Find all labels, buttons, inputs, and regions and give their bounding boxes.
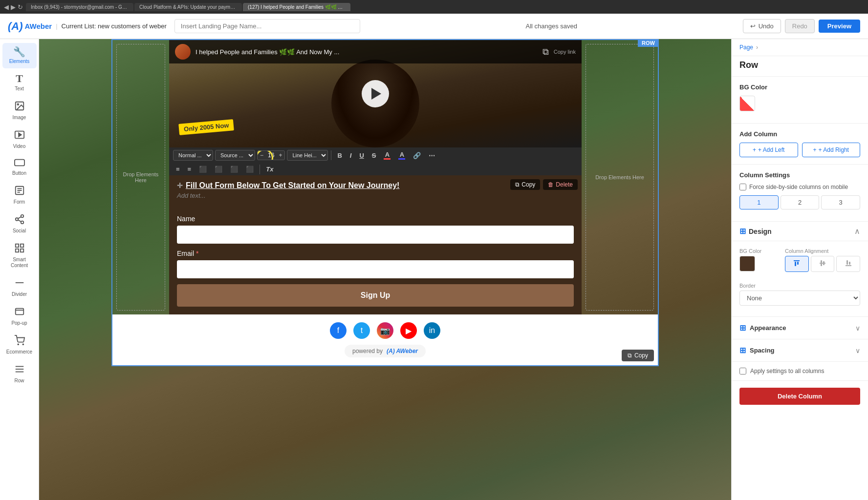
sidebar-image-label: Image: [13, 115, 26, 121]
canvas-copy-button[interactable]: ⧉ Copy: [622, 350, 654, 361]
row-icon: [14, 364, 25, 376]
text-toolbar-row2: ≡ ≡ ⬛ ⬛ ⬛ ⬛ Tx: [169, 163, 582, 175]
sidebar-item-image[interactable]: Image: [2, 97, 37, 125]
align-middle-button[interactable]: [811, 256, 835, 272]
name-input[interactable]: [177, 226, 574, 244]
ordered-list-button[interactable]: ≡: [185, 164, 195, 174]
delete-text-button[interactable]: 🗑 Delete: [543, 179, 578, 190]
email-input[interactable]: [177, 260, 574, 278]
browser-tab[interactable]: Inbox (9,943) - stormystor@gmail.com - G…: [26, 3, 133, 11]
add-left-button[interactable]: + + Add Left: [739, 143, 798, 157]
add-column-header: Add Column: [739, 130, 860, 138]
svg-line-12: [18, 220, 21, 222]
line-height-select[interactable]: Line Hei...: [287, 150, 328, 161]
undo-button[interactable]: ↩ Undo: [743, 19, 781, 33]
sign-up-button[interactable]: Sign Up: [177, 284, 574, 307]
bg-color-swatch[interactable]: [739, 96, 755, 111]
font-size-increase[interactable]: +: [276, 151, 284, 160]
font-color-button[interactable]: A: [381, 149, 393, 161]
page-footer: f t 📷 ▶ in powered by (A) AWeber: [112, 314, 658, 365]
design-chevron[interactable]: ∧: [854, 227, 860, 236]
panel-breadcrumb: Page ›: [732, 39, 868, 56]
underline-button[interactable]: U: [356, 150, 367, 161]
copy-link-label[interactable]: Copy link: [554, 49, 576, 55]
bg-color-col-swatch[interactable]: [739, 256, 755, 271]
more-button[interactable]: ⋯: [426, 150, 438, 161]
force-side-by-side-checkbox[interactable]: [739, 184, 746, 190]
sidebar-item-social[interactable]: Social: [2, 210, 37, 238]
svg-rect-36: [846, 265, 851, 266]
sidebar-item-popup[interactable]: Pop-up: [2, 302, 37, 330]
popup-icon: [14, 306, 25, 318]
italic-button[interactable]: I: [347, 150, 355, 161]
linkedin-icon[interactable]: in: [424, 322, 440, 339]
link-button[interactable]: 🔗: [410, 150, 424, 161]
font-size-decrease[interactable]: −: [258, 151, 266, 160]
align-right-button[interactable]: ⬛: [227, 164, 241, 174]
sidebar-item-form[interactable]: Form: [2, 181, 37, 209]
style-select[interactable]: Normal ...: [173, 150, 213, 161]
youtube-icon[interactable]: ▶: [400, 322, 417, 339]
apply-settings-checkbox[interactable]: [739, 368, 746, 375]
align-bottom-button[interactable]: [836, 256, 860, 272]
sidebar-item-ecommerce[interactable]: Ecommerce: [2, 331, 37, 359]
spacing-header[interactable]: ⊞ Spacing ∨: [732, 339, 868, 361]
copy-link-icon[interactable]: ⧉: [542, 47, 549, 57]
align-center-button[interactable]: ⬛: [212, 164, 225, 174]
bg-color-col-section: BG Color: [739, 248, 777, 271]
browser-tab[interactable]: Cloud Platform & APIs: Update your payme…: [134, 3, 242, 11]
redo-label: Redo: [792, 22, 807, 30]
delete-column-button[interactable]: Delete Column: [739, 388, 860, 405]
breadcrumb-page[interactable]: Page: [739, 44, 753, 51]
force-side-by-side-label[interactable]: Force side-by-side columns on mobile: [739, 184, 848, 190]
unordered-list-button[interactable]: ≡: [173, 164, 183, 174]
justify-button[interactable]: ⬛: [243, 164, 257, 174]
border-select[interactable]: None: [739, 291, 860, 306]
preview-button[interactable]: Preview: [819, 20, 860, 33]
copy-text-button[interactable]: ⧉ Copy: [510, 179, 540, 190]
edit-actions: ⧉ Copy 🗑 Delete: [510, 179, 578, 190]
instagram-icon[interactable]: 📷: [377, 322, 393, 339]
sidebar-item-row[interactable]: Row: [2, 360, 37, 388]
landing-page-input[interactable]: [174, 19, 360, 33]
add-right-button[interactable]: + + Add Right: [802, 143, 861, 157]
browser-tab-active[interactable]: (127) I helped People and Families 🌿🌿 An…: [243, 3, 350, 11]
text-add-placeholder[interactable]: Add text...: [177, 190, 574, 201]
twitter-icon[interactable]: t: [353, 322, 370, 339]
align-top-button[interactable]: [785, 256, 809, 272]
appearance-header[interactable]: ⊞ Appearance ∨: [732, 317, 868, 339]
svg-rect-29: [821, 260, 822, 263]
align-left-button[interactable]: ⬛: [196, 164, 210, 174]
panel-title: Row: [732, 56, 868, 77]
add-left-label: + Add Left: [758, 146, 784, 153]
sidebar-item-smart-content[interactable]: Smart Content: [2, 239, 37, 272]
play-button[interactable]: [362, 80, 389, 107]
bg-color-title: BG Color: [739, 83, 767, 91]
drop-zone-left[interactable]: Drop Elements Here: [116, 44, 165, 311]
sidebar-item-text[interactable]: T Text: [2, 69, 37, 96]
strikethrough-button[interactable]: S: [369, 150, 379, 161]
sidebar-item-divider[interactable]: Divider: [2, 273, 37, 301]
breadcrumb-separator: ›: [756, 44, 758, 51]
col-2-button[interactable]: 2: [781, 195, 820, 209]
sidebar-item-button[interactable]: Button: [2, 154, 37, 180]
logo-area: (A) AWeber | Current List: new customers…: [8, 20, 167, 33]
col-1-button[interactable]: 1: [739, 195, 779, 209]
source-select[interactable]: Source ...: [215, 150, 255, 161]
facebook-icon[interactable]: f: [330, 322, 347, 339]
clear-format-button[interactable]: Tx: [263, 164, 276, 174]
drop-zone-right[interactable]: Drop Elements Here: [586, 44, 654, 311]
font-size-control[interactable]: − 16 +: [257, 150, 285, 160]
svg-point-22: [22, 344, 23, 345]
bold-button[interactable]: B: [334, 150, 345, 161]
social-icons: f t 📷 ▶ in: [120, 322, 650, 339]
design-title[interactable]: ⊞ Design: [739, 227, 772, 236]
sidebar-item-elements[interactable]: 🔧 Elements: [2, 43, 37, 68]
col-3-button[interactable]: 3: [821, 195, 860, 209]
sidebar-item-video[interactable]: Video: [2, 125, 37, 153]
bg-color-row: [739, 96, 860, 111]
redo-button[interactable]: Redo: [785, 19, 815, 33]
bg-color-button[interactable]: A: [395, 149, 408, 161]
current-list-label: Current List: new customers of weber: [62, 22, 167, 30]
text-edit-area: ✛ Fill Out Form Below To Get Started on …: [169, 175, 582, 207]
